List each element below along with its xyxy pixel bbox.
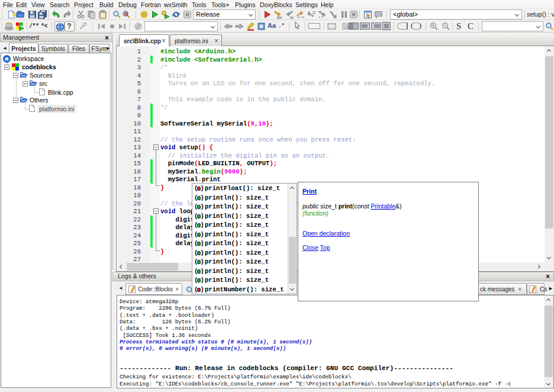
svg-text:R: R	[124, 11, 128, 17]
